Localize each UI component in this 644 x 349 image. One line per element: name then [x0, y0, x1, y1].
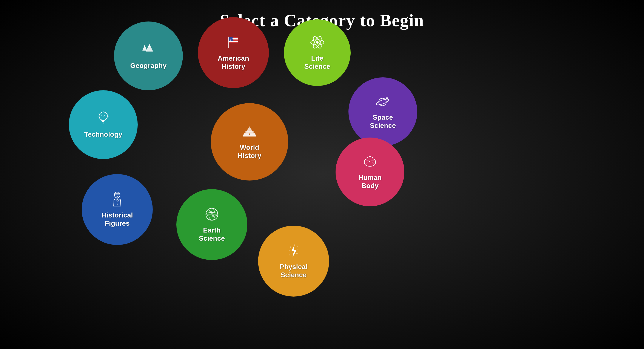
- svg-point-44: [117, 203, 118, 203]
- svg-rect-35: [249, 133, 250, 135]
- svg-line-42: [117, 199, 119, 201]
- circles-container: Geography ★★ ★ AmericanHistory: [0, 0, 644, 349]
- svg-marker-1: [144, 45, 146, 47]
- planet-icon: [375, 94, 390, 111]
- svg-point-28: [386, 97, 388, 99]
- physical-science-label: PhysicalScience: [280, 263, 308, 279]
- earth-science-label: EarthScience: [199, 226, 225, 243]
- globe-icon: [204, 207, 220, 224]
- svg-text:★: ★: [230, 39, 232, 41]
- svg-point-43: [117, 201, 118, 202]
- svg-point-45: [117, 204, 118, 205]
- pyramid-icon: [242, 124, 257, 141]
- mountains-icon: [141, 42, 156, 59]
- lightning-icon: [286, 243, 301, 261]
- category-life-science[interactable]: LifeScience: [284, 19, 350, 86]
- category-physical-science[interactable]: PhysicalScience: [258, 226, 329, 297]
- svg-point-55: [289, 250, 290, 251]
- category-space-science[interactable]: SpaceScience: [348, 77, 417, 146]
- category-historical-figures[interactable]: HistoricalFigures: [82, 174, 153, 245]
- technology-label: Technology: [84, 130, 122, 138]
- svg-point-16: [316, 41, 318, 43]
- svg-point-53: [297, 246, 298, 247]
- geography-label: Geography: [130, 61, 167, 70]
- svg-marker-3: [148, 44, 150, 47]
- svg-point-27: [376, 98, 389, 106]
- world-history-label: WorldHistory: [238, 143, 261, 160]
- category-earth-science[interactable]: EarthScience: [176, 189, 247, 260]
- svg-line-41: [116, 199, 117, 201]
- svg-point-56: [298, 249, 298, 250]
- category-geography[interactable]: Geography: [114, 21, 183, 90]
- category-world-history[interactable]: WorldHistory: [211, 103, 288, 181]
- brain-icon: [362, 154, 378, 171]
- svg-marker-50: [292, 244, 297, 257]
- category-american-history[interactable]: ★★ ★ AmericanHistory: [198, 17, 269, 88]
- atom-icon: [310, 35, 325, 52]
- space-science-label: SpaceScience: [370, 113, 396, 130]
- svg-line-24: [107, 114, 108, 114]
- person-icon: [110, 192, 125, 209]
- historical-figures-label: HistoricalFigures: [102, 211, 133, 228]
- svg-point-51: [290, 246, 291, 247]
- category-human-body[interactable]: HumanBody: [336, 138, 404, 206]
- bulb-icon: [96, 111, 111, 128]
- human-body-label: HumanBody: [358, 173, 382, 190]
- flag-icon: ★★ ★: [226, 35, 241, 52]
- svg-point-52: [296, 253, 298, 254]
- svg-line-22: [98, 114, 99, 114]
- life-science-label: LifeScience: [304, 54, 330, 71]
- svg-point-54: [289, 255, 290, 255]
- svg-rect-34: [249, 126, 250, 128]
- american-history-label: AmericanHistory: [218, 54, 249, 71]
- category-technology[interactable]: Technology: [69, 90, 138, 159]
